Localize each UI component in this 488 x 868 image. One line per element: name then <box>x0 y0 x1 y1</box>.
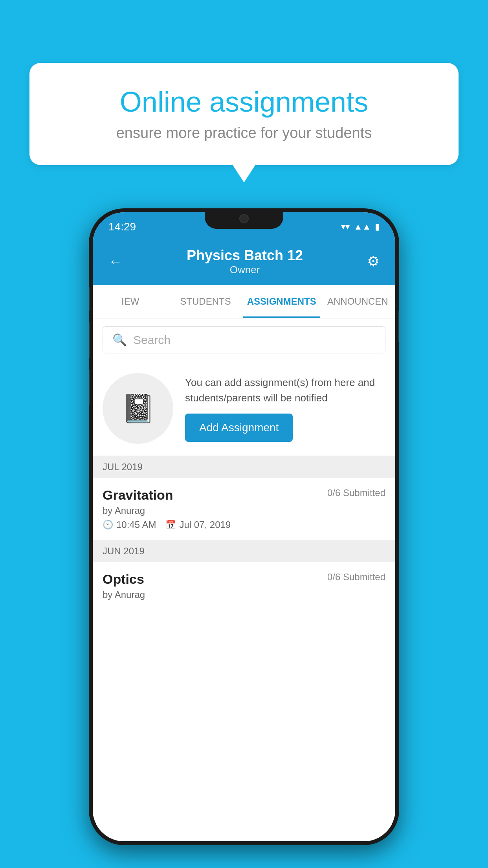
assignment-meta-gravitation: 🕙 10:45 AM 📅 Jul 07, 2019 <box>103 519 385 530</box>
phone-side-btn-left2 <box>89 322 90 358</box>
section-header-jun: JUN 2019 <box>93 540 395 562</box>
assignment-item-optics[interactable]: Optics 0/6 Submitted by Anurag <box>93 562 395 613</box>
assignment-item-gravitation[interactable]: Gravitation 0/6 Submitted by Anurag 🕙 10… <box>93 478 395 540</box>
status-icons: ▾▾ ▲▲ ▮ <box>341 222 380 232</box>
speech-bubble-container: Online assignments ensure more practice … <box>29 63 459 165</box>
assignment-submitted-optics: 0/6 Submitted <box>327 572 385 583</box>
phone-outer: 14:29 ▾▾ ▲▲ ▮ ← Physics Batch 12 Owner ⚙ <box>89 208 399 845</box>
calendar-icon: 📅 <box>165 520 176 530</box>
assignment-time: 🕙 10:45 AM <box>103 519 156 530</box>
content-area: 🔍 Search 📓 You can add assignment(s) fro… <box>93 318 395 841</box>
search-placeholder: Search <box>133 333 171 347</box>
speech-bubble-subtitle: ensure more practice for your students <box>57 125 431 142</box>
promo-text: You can add assignment(s) from here and … <box>185 375 385 406</box>
screen-inner: 14:29 ▾▾ ▲▲ ▮ ← Physics Batch 12 Owner ⚙ <box>93 212 395 841</box>
back-button[interactable]: ← <box>108 253 123 270</box>
wifi-icon: ▾▾ <box>341 222 350 232</box>
promo-section: 📓 You can add assignment(s) from here an… <box>93 361 395 456</box>
phone-notch <box>205 208 283 229</box>
phone-side-btn-left1 <box>89 287 90 311</box>
assignment-by-gravitation: by Anurag <box>103 505 385 516</box>
notebook-icon: 📓 <box>121 392 155 425</box>
assignment-top-row: Gravitation 0/6 Submitted <box>103 487 385 503</box>
assignment-submitted-gravitation: 0/6 Submitted <box>327 487 385 498</box>
tab-students[interactable]: STUDENTS <box>168 285 243 318</box>
search-icon: 🔍 <box>112 333 127 347</box>
speech-bubble-title: Online assignments <box>57 86 431 118</box>
app-header: ← Physics Batch 12 Owner ⚙ <box>93 238 395 285</box>
search-container: 🔍 Search <box>93 318 395 361</box>
header-title-area: Physics Batch 12 Owner <box>187 247 303 276</box>
assignment-top-row-optics: Optics 0/6 Submitted <box>103 572 385 587</box>
add-assignment-button[interactable]: Add Assignment <box>185 414 293 442</box>
phone-side-btn-left3 <box>89 370 90 405</box>
tab-announcements[interactable]: ANNOUNCEN <box>320 285 395 318</box>
promo-right: You can add assignment(s) from here and … <box>185 375 385 442</box>
settings-icon[interactable]: ⚙ <box>367 253 380 270</box>
tab-iew[interactable]: IEW <box>93 285 168 318</box>
tab-assignments[interactable]: ASSIGNMENTS <box>243 285 320 318</box>
signal-icon: ▲▲ <box>354 222 371 232</box>
assignment-date: 📅 Jul 07, 2019 <box>165 519 231 530</box>
status-time: 14:29 <box>108 221 136 233</box>
section-header-jul: JUL 2019 <box>93 456 395 478</box>
phone-container: 14:29 ▾▾ ▲▲ ▮ ← Physics Batch 12 Owner ⚙ <box>89 208 399 845</box>
tabs-bar: IEW STUDENTS ASSIGNMENTS ANNOUNCEN <box>93 285 395 318</box>
phone-camera <box>239 214 249 223</box>
phone-screen: 14:29 ▾▾ ▲▲ ▮ ← Physics Batch 12 Owner ⚙ <box>93 212 395 841</box>
speech-bubble: Online assignments ensure more practice … <box>29 63 459 165</box>
header-title: Physics Batch 12 <box>187 247 303 264</box>
search-input-wrapper[interactable]: 🔍 Search <box>103 326 385 353</box>
assignment-by-optics: by Anurag <box>103 589 385 600</box>
battery-icon: ▮ <box>375 222 380 232</box>
header-subtitle: Owner <box>187 264 303 276</box>
assignment-title-optics: Optics <box>103 572 144 587</box>
assignment-title-gravitation: Gravitation <box>103 487 173 503</box>
clock-icon: 🕙 <box>103 520 113 530</box>
phone-side-btn-right <box>398 311 399 342</box>
promo-icon-circle: 📓 <box>103 373 173 444</box>
